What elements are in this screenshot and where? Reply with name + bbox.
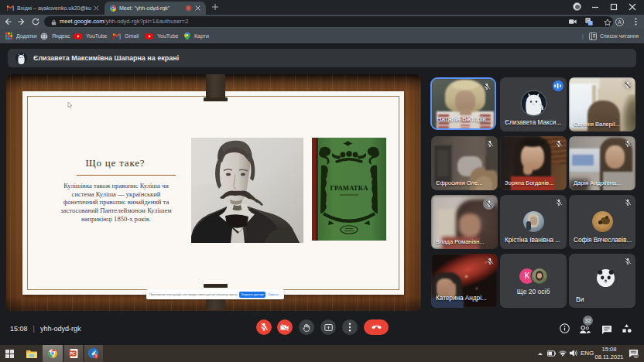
svg-text:1: 1 [635, 353, 637, 358]
svg-text:ГРАМАТКА: ГРАМАТКА [330, 184, 368, 192]
svg-text:РС: РС [70, 352, 76, 356]
svg-text:A: A [618, 19, 622, 24]
svg-text:3: 3 [95, 353, 98, 358]
